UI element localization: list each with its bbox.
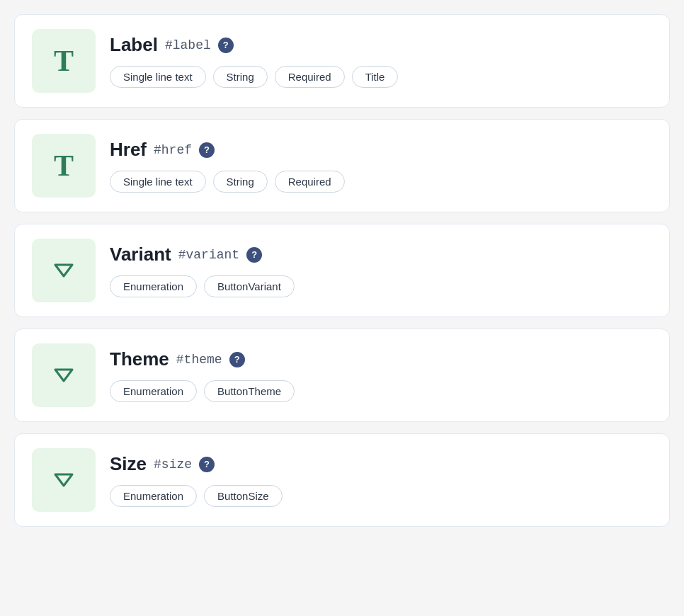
prop-tag[interactable]: Required bbox=[275, 66, 345, 88]
prop-list: TLabel#label?Single line textStringRequi… bbox=[14, 14, 670, 527]
prop-header-label: Label#label? bbox=[110, 34, 652, 56]
prop-tags-size: EnumerationButtonSize bbox=[110, 485, 652, 507]
prop-tag[interactable]: ButtonSize bbox=[204, 485, 283, 507]
prop-icon-href: T bbox=[32, 134, 96, 198]
svg-marker-0 bbox=[55, 265, 72, 276]
prop-header-theme: Theme#theme? bbox=[110, 348, 652, 370]
chevron-down-icon bbox=[51, 258, 76, 283]
help-button-size[interactable]: ? bbox=[199, 457, 215, 472]
prop-name-label: Label bbox=[110, 34, 158, 56]
prop-card-size: Size#size?EnumerationButtonSize bbox=[14, 433, 670, 527]
prop-content-href: Href#href?Single line textStringRequired bbox=[110, 139, 652, 193]
chevron-down-icon bbox=[51, 467, 76, 493]
svg-marker-1 bbox=[55, 370, 72, 381]
text-type-icon: T bbox=[54, 44, 74, 78]
prop-name-href: Href bbox=[110, 139, 147, 161]
prop-tags-href: Single line textStringRequired bbox=[110, 171, 652, 193]
prop-tag[interactable]: Required bbox=[275, 171, 345, 193]
prop-tag[interactable]: Single line text bbox=[110, 171, 206, 193]
prop-name-size: Size bbox=[110, 453, 147, 475]
help-button-theme[interactable]: ? bbox=[229, 352, 245, 367]
prop-anchor-label: #label bbox=[165, 38, 211, 52]
text-type-icon: T bbox=[54, 149, 74, 183]
prop-tags-label: Single line textStringRequiredTitle bbox=[110, 66, 652, 88]
prop-icon-label: T bbox=[32, 29, 96, 93]
prop-tag[interactable]: Title bbox=[352, 66, 399, 88]
prop-content-size: Size#size?EnumerationButtonSize bbox=[110, 453, 652, 507]
prop-card-theme: Theme#theme?EnumerationButtonTheme bbox=[14, 329, 670, 422]
help-button-label[interactable]: ? bbox=[218, 38, 234, 53]
chevron-down-icon bbox=[51, 363, 76, 388]
prop-card-label: TLabel#label?Single line textStringRequi… bbox=[14, 14, 670, 108]
prop-card-href: THref#href?Single line textStringRequire… bbox=[14, 119, 670, 212]
prop-name-theme: Theme bbox=[110, 348, 169, 370]
prop-anchor-variant: #variant bbox=[178, 248, 239, 262]
help-button-href[interactable]: ? bbox=[199, 142, 215, 158]
prop-icon-variant bbox=[32, 239, 96, 302]
prop-tag[interactable]: Enumeration bbox=[110, 380, 197, 402]
prop-tag[interactable]: String bbox=[213, 171, 268, 193]
prop-tag[interactable]: ButtonTheme bbox=[204, 380, 295, 402]
prop-card-variant: Variant#variant?EnumerationButtonVariant bbox=[14, 224, 670, 317]
prop-content-label: Label#label?Single line textStringRequir… bbox=[110, 34, 652, 88]
prop-tag[interactable]: ButtonVariant bbox=[204, 275, 295, 297]
prop-tag[interactable]: String bbox=[213, 66, 268, 88]
prop-tag[interactable]: Enumeration bbox=[110, 275, 197, 297]
help-button-variant[interactable]: ? bbox=[246, 247, 262, 263]
prop-header-href: Href#href? bbox=[110, 139, 652, 161]
prop-icon-theme bbox=[32, 343, 96, 407]
prop-name-variant: Variant bbox=[110, 244, 171, 266]
svg-marker-2 bbox=[55, 474, 72, 486]
prop-tag[interactable]: Single line text bbox=[110, 66, 206, 88]
prop-anchor-size: #size bbox=[154, 457, 192, 472]
prop-anchor-theme: #theme bbox=[176, 353, 222, 367]
prop-tags-theme: EnumerationButtonTheme bbox=[110, 380, 652, 402]
prop-content-variant: Variant#variant?EnumerationButtonVariant bbox=[110, 244, 652, 297]
prop-header-size: Size#size? bbox=[110, 453, 652, 475]
prop-icon-size bbox=[32, 448, 96, 512]
prop-tag[interactable]: Enumeration bbox=[110, 485, 197, 507]
prop-header-variant: Variant#variant? bbox=[110, 244, 652, 266]
prop-tags-variant: EnumerationButtonVariant bbox=[110, 275, 652, 297]
prop-content-theme: Theme#theme?EnumerationButtonTheme bbox=[110, 348, 652, 402]
prop-anchor-href: #href bbox=[154, 143, 192, 157]
